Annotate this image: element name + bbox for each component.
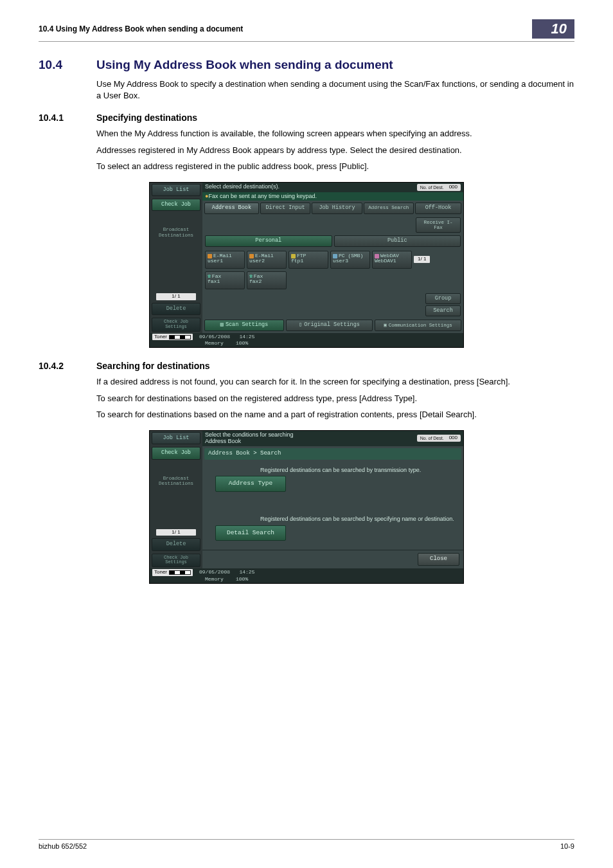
check-job-button[interactable]: Check Job [152,447,200,459]
scan-settings-button[interactable]: ▤Scan Settings [204,320,284,330]
section-number: 10.4 [39,58,96,72]
section-title: Using My Address Book when sending a doc… [96,58,393,72]
receive-ifax-button[interactable]: Receive I-Fax [416,217,461,233]
info-text: Registered destinations can be searched … [202,464,463,475]
banner-text: Fax can be sent at any time using keypad… [208,193,317,199]
footer-model: bizhub 652/552 [39,842,87,850]
detail-search-button[interactable]: Detail Search [215,525,286,541]
sidebar-page-count: 1/ 1 [156,529,196,536]
section-intro: Use My Address Book to specify a destina… [96,78,574,101]
tab-address-book[interactable]: Address Book [204,203,259,213]
dest-webdav[interactable]: WebDAVWebDAV1 [372,251,412,269]
chip-page-count: 1/ 1 [414,256,430,263]
address-type-button[interactable]: Address Type [215,476,286,491]
memory-pct: 100% [236,576,248,582]
original-settings-button[interactable]: ▯Original Settings [286,320,373,330]
doc-icon: ▤ [220,322,224,328]
broadcast-label: Broadcast Destinations [152,227,200,238]
group-button[interactable]: Group [425,293,461,304]
chapter-badge: 10 [532,19,574,39]
memory-label: Memory [205,340,224,346]
dest-count: No. of Dest. 000 [417,435,461,442]
page-icon: ▯ [299,322,302,328]
job-list-button[interactable]: Job List [152,432,200,444]
personal-tab[interactable]: Personal [205,235,332,246]
status-date: 09/05/2008 [199,334,230,339]
body-paragraph: To search for destinations based on the … [96,393,574,404]
toner-indicator: Toner [152,569,193,576]
memory-label: Memory [205,576,224,582]
comm-settings-button[interactable]: ▣Communication Settings [375,320,461,330]
status-date: 09/05/2008 [199,569,230,575]
dest-email-user1[interactable]: E-Mailuser1 [205,251,245,269]
public-tab[interactable]: Public [334,235,461,246]
sidebar-page-count: 1/ 1 [156,293,196,300]
tab-off-hook[interactable]: Off-Hook [415,203,461,213]
screenshot-search: Job List Check Job Broadcast Destination… [39,430,574,584]
status-time: 14:25 [239,569,254,575]
dest-fax1[interactable]: ☎Faxfax1 [205,271,245,289]
body-paragraph: If a desired address is not found, you c… [96,376,574,388]
instruction-text: Select desired destination(s). [205,184,280,190]
check-job-settings-button[interactable]: Check Job Settings [152,318,200,331]
dest-count: No. of Dest. 000 [417,184,461,191]
dest-email-user2[interactable]: E-Mailuser2 [247,251,287,269]
tab-job-history[interactable]: Job History [312,203,362,213]
subsection-10-4-2: 10.4.2 Searching for destinations [39,361,574,371]
screenshot-address-book: Job List Check Job Broadcast Destination… [39,182,574,348]
delete-button[interactable]: Delete [152,303,200,315]
close-button[interactable]: Close [418,553,459,566]
dest-fax2[interactable]: ☎Faxfax2 [247,271,287,289]
breadcrumb: Address Book > Search [204,448,461,460]
body-paragraph: When the My Address function is availabl… [96,128,574,140]
body-paragraph: To search for destinations based on the … [96,409,574,420]
info-text: Registered destinations can be searched … [202,503,463,524]
tab-address-search[interactable]: Address Search [364,203,414,213]
toner-indicator: Toner [152,334,193,341]
search-button[interactable]: Search [425,305,461,316]
job-list-button[interactable]: Job List [152,184,200,196]
dest-pc-smb[interactable]: PC (SMB)user3 [330,251,370,269]
device-icon: ▣ [384,323,387,328]
memory-pct: 100% [236,340,248,346]
subsection-title: Specifying destinations [96,113,197,123]
page-footer: bizhub 652/552 10-9 [39,839,574,850]
subsection-title: Searching for destinations [96,361,210,371]
body-paragraph: To select an address registered in the p… [96,161,574,172]
page-header: 10.4 Using My Address Book when sending … [39,19,574,42]
body-paragraph: Addresses registered in My Address Book … [96,145,574,156]
running-header: 10.4 Using My Address Book when sending … [39,24,243,33]
broadcast-label: Broadcast Destinations [152,476,200,487]
instruction-text: Select the conditions for searchingAddre… [205,432,294,445]
check-job-button[interactable]: Check Job [152,199,200,211]
subsection-10-4-1: 10.4.1 Specifying destinations [39,113,574,123]
section-10-4: 10.4 Using My Address Book when sending … [39,58,574,72]
delete-button[interactable]: Delete [152,538,200,550]
tab-direct-input[interactable]: Direct Input [260,203,310,213]
dest-ftp1[interactable]: FTPftp1 [289,251,328,269]
footer-page-number: 10-9 [560,842,574,850]
status-time: 14:25 [239,334,254,339]
subsection-number: 10.4.1 [39,113,96,123]
check-job-settings-button[interactable]: Check Job Settings [152,554,200,567]
subsection-number: 10.4.2 [39,361,96,371]
